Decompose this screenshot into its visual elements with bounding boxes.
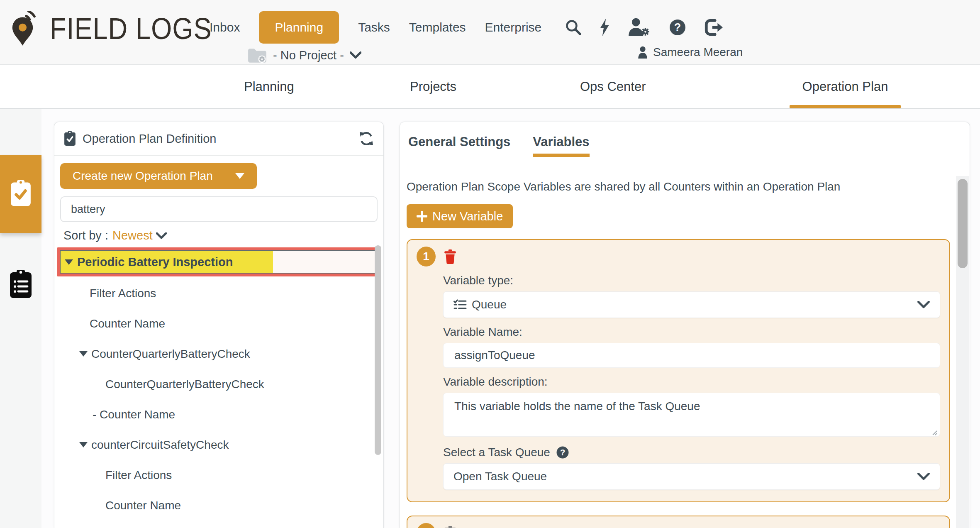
task-queue-label-row: Select a Task Queue ? [443,446,940,459]
help-icon[interactable]: ? [669,19,686,36]
chevron-down-icon [350,51,361,59]
user-menu[interactable]: Sameera Meeran [637,46,743,59]
create-operation-plan-button[interactable]: Create new Operation Plan [60,163,257,189]
map-pin-wifi-icon [11,11,42,46]
plan-tree: Filter Actions Counter Name CounterQuart… [60,278,378,528]
variable-name-input[interactable] [443,343,940,368]
tree-item-label: counterCircuitSafetyCheck [91,438,229,452]
create-operation-plan-label: Create new Operation Plan [73,169,213,183]
variable-type-value: Queue [472,298,507,311]
tree-item-label: CounterQuarterlyBatteryCheck [105,378,264,391]
tab-general-settings[interactable]: General Settings [408,134,510,157]
nav-enterprise[interactable]: Enterprise [485,20,542,34]
user-gear-icon[interactable] [627,18,651,37]
person-icon [637,46,648,59]
subnav-operation-plan[interactable]: Operation Plan [790,65,901,108]
variable-index-badge: 2 [417,523,436,528]
subnav-projects[interactable]: Projects [410,65,456,108]
tree-item[interactable]: CounterQuarterlyBatteryCheck [60,369,378,399]
nav-tasks[interactable]: Tasks [358,20,390,34]
caret-down-icon [79,442,88,447]
subnav-planning[interactable]: Planning [244,65,294,108]
new-variable-label: New Variable [432,210,503,223]
svg-text:?: ? [674,21,681,34]
variables-scrollbar-track[interactable] [956,176,969,528]
variable-name-label: Variable Name: [443,325,940,339]
tree-item-label: Counter Name [105,499,181,512]
caret-down-icon [65,259,73,265]
chevron-down-icon [917,301,930,308]
selected-plan-label: Periodic Battery Inspection [77,255,233,269]
delete-variable-icon[interactable] [444,526,456,528]
refresh-icon[interactable] [358,131,374,146]
subnav-ops-center[interactable]: Ops Center [580,65,646,108]
svg-text:?: ? [560,447,566,457]
variable-card-header: 2 [417,523,940,528]
sort-selector[interactable]: Newest [112,229,167,242]
tree-item[interactable]: Filter Actions [60,278,378,308]
search-icon[interactable] [565,19,582,36]
sort-value: Newest [112,229,153,242]
chevron-down-icon [156,232,167,239]
tree-item[interactable]: - Counter Name [60,399,378,430]
queue-list-icon [453,299,467,310]
annotation-highlight-box: Periodic Battery Inspection [57,247,381,276]
top-navigation: Inbox Planning Tasks Templates Enterpris… [210,11,541,44]
task-queue-select[interactable]: Open Task Queue [443,463,940,490]
signout-icon[interactable] [704,19,723,36]
variable-description-wrap: This variable holds the name of the Task… [443,393,940,438]
variable-index-badge: 1 [417,247,436,266]
plus-icon [417,211,427,222]
help-icon[interactable]: ? [556,446,569,459]
variable-description-input[interactable]: This variable holds the name of the Task… [443,393,940,437]
panel-body: Create new Operation Plan Sort by : Newe… [54,156,383,528]
variable-card-header: 1 [417,247,940,266]
nav-templates[interactable]: Templates [409,20,466,34]
rail-operation-plans[interactable] [0,155,41,233]
tab-variables[interactable]: Variables [533,134,589,157]
variable-fields: Variable type: [443,274,940,490]
settings-tabs: General Settings Variables [407,134,970,157]
tree-item[interactable]: Filter Actions [60,521,378,528]
tree-item[interactable]: Counter Name [60,308,378,339]
variables-scrollbar-thumb[interactable] [958,179,968,268]
variable-card-2: 2 Variable type: [407,516,950,528]
tree-item-label: Filter Actions [90,287,156,300]
nav-inbox[interactable]: Inbox [210,20,240,34]
tree-item[interactable]: Counter Name [60,490,378,521]
project-selector-value: - No Project - [273,49,344,62]
user-name: Sameera Meeran [653,46,743,59]
brand-logo[interactable]: FIELD LOGS [11,11,230,46]
tree-item-label: Filter Actions [105,469,172,482]
variables-panel-body: General Settings Variables Operation Pla… [400,122,970,528]
tree-item[interactable]: counterCircuitSafetyCheck [60,430,378,460]
top-icon-group: ? [565,14,723,41]
resize-handle-icon[interactable] [931,429,938,436]
tree-item-label: - Counter Name [93,408,175,421]
tree-item-selected-plan[interactable]: Periodic Battery Inspection [60,250,378,274]
variables-panel: General Settings Variables Operation Pla… [400,122,970,528]
tree-item[interactable]: CounterQuarterlyBatteryCheck [60,339,378,369]
project-selector[interactable]: - No Project - [247,47,361,63]
sort-row: Sort by : Newest [60,229,378,242]
operation-plan-panel: Operation Plan Definition Create new Ope… [54,122,384,528]
tree-item-label: CounterQuarterlyBatteryCheck [91,347,250,361]
rail-task-templates[interactable] [0,270,41,300]
panel-title: Operation Plan Definition [83,132,216,146]
delete-variable-icon[interactable] [444,249,456,264]
lightning-icon[interactable] [599,19,610,36]
tree-item-label: Counter Name [90,317,165,330]
nav-planning[interactable]: Planning [259,11,339,44]
variable-type-select[interactable]: Queue [443,291,940,318]
variables-description: Operation Plan Scope Variables are share… [407,180,970,193]
subnav-operation-plan-label: Operation Plan [802,79,888,94]
sub-navigation: Planning Projects Ops Center Operation P… [0,65,980,109]
new-variable-button[interactable]: New Variable [407,204,513,228]
plan-search-input[interactable] [60,196,378,222]
yellow-highlight: Periodic Battery Inspection [61,251,273,273]
caret-down-icon [79,351,88,357]
left-panel-scrollbar[interactable] [375,245,381,455]
variable-card-1: 1 Variable type: [407,239,950,502]
tree-item[interactable]: Filter Actions [60,460,378,490]
task-queue-value: Open Task Queue [453,470,547,483]
